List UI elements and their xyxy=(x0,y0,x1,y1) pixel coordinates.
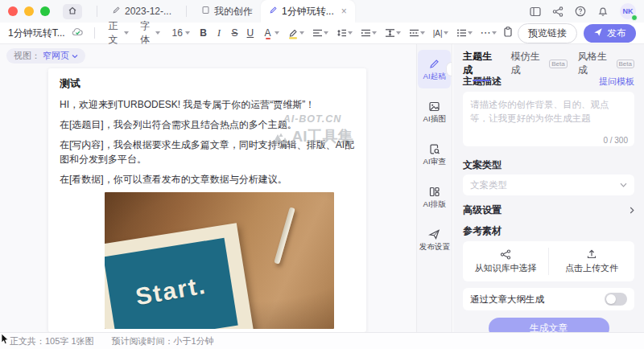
document-icon xyxy=(201,6,210,17)
divider xyxy=(186,6,187,17)
rail-item-ai-review[interactable]: AI审查 xyxy=(418,135,451,174)
chevron-right-icon xyxy=(630,207,634,214)
divider xyxy=(97,6,97,17)
upload-file-button[interactable]: 点击上传文件 xyxy=(549,241,634,281)
chevron-down-icon xyxy=(299,31,304,35)
line-height-button[interactable] xyxy=(334,27,355,39)
list-button[interactable] xyxy=(454,27,475,39)
minimize-window-button[interactable] xyxy=(24,6,34,16)
more-formats-button[interactable]: ⋯ xyxy=(478,27,499,39)
user-avatar[interactable]: NK xyxy=(620,3,636,19)
rail-item-ai-illustration[interactable]: AI插图 xyxy=(418,92,451,131)
tab-active-document[interactable]: 1分钟玩转... × xyxy=(261,0,355,23)
read-time-label: 预计阅读时间： xyxy=(112,335,174,347)
view-mode-select[interactable]: 视图： 窄网页 xyxy=(6,48,85,64)
font-color-icon: A xyxy=(262,25,274,41)
advanced-settings-label: 高级设置 xyxy=(463,203,502,217)
char-counter: 0 / 300 xyxy=(603,136,628,145)
word-count-value: 105字 1张图 xyxy=(45,335,94,347)
copy-type-select[interactable]: 文案类型 xyxy=(463,174,634,195)
chevron-down-icon xyxy=(492,31,497,35)
font-color-button[interactable]: A xyxy=(260,23,282,43)
topic-input-box: 0 / 300 xyxy=(463,92,634,150)
size-value: 16 xyxy=(171,27,182,39)
home-button[interactable] xyxy=(63,4,82,19)
format-painter-button[interactable] xyxy=(502,25,514,41)
copy-type-label: 文案类型 xyxy=(463,158,502,172)
strikethrough-button[interactable]: S xyxy=(229,25,241,41)
chevron-down-icon xyxy=(396,31,401,35)
font-size-select[interactable]: 16 xyxy=(167,26,193,40)
word-count-label: 正文共： xyxy=(10,335,45,347)
indent-button[interactable] xyxy=(358,27,379,39)
upload-icon xyxy=(586,248,597,260)
rail-item-publish-settings[interactable]: 发布设置 xyxy=(418,220,451,259)
window-controls xyxy=(8,6,50,16)
share-nodes-icon[interactable] xyxy=(552,6,564,17)
doc-paragraph[interactable]: 在[选题目]，我会列出符合需求且结合热点的多个主题。 xyxy=(60,117,355,132)
read-time-value: 小于1分钟 xyxy=(174,335,214,347)
close-tab-icon[interactable]: × xyxy=(341,6,347,17)
tab-topic-generate[interactable]: 主题生成 xyxy=(463,50,501,77)
inserted-image-start[interactable]: Start. xyxy=(105,192,334,329)
avatar-initials: NK xyxy=(623,7,634,15)
question-template-link[interactable]: 提问模板 xyxy=(599,76,634,88)
generate-article-button[interactable]: 生成文章 xyxy=(489,318,609,332)
format-toolbar: 1分钟玩转T... 正文 字体 16 B I S U A xyxy=(0,23,644,44)
close-window-button[interactable] xyxy=(8,6,18,16)
outline-generate-card: 通过文章大纲生成 xyxy=(463,288,634,310)
chevron-down-icon xyxy=(372,31,377,35)
beta-badge: Beta xyxy=(617,60,634,68)
photo-text: Start. xyxy=(133,272,208,311)
copy-type-placeholder: 文案类型 xyxy=(470,179,507,191)
publish-label: 发布 xyxy=(607,27,626,40)
send-icon xyxy=(593,27,603,39)
doc-paragraph[interactable]: 在[看数据]，你可以查看发布的文章数据与分析建议。 xyxy=(60,172,355,187)
sidebar-layout-icon[interactable] xyxy=(530,6,541,17)
share-nodes-icon xyxy=(500,249,511,260)
underline-button[interactable]: U xyxy=(244,25,256,41)
advanced-settings-row[interactable]: 高级设置 xyxy=(463,204,634,216)
highlight-color-button[interactable] xyxy=(285,26,307,41)
outline-toggle[interactable] xyxy=(605,293,627,306)
maximize-window-button[interactable] xyxy=(40,6,50,16)
highlighter-icon xyxy=(287,27,299,39)
bold-button[interactable]: B xyxy=(197,25,209,41)
reference-material-label: 参考素材 xyxy=(463,224,502,238)
ai-draft-panel: 主题生成 模仿生成Beta 风格生成Beta 主题描述 提问模板 0 / 300… xyxy=(453,44,644,332)
pencil-icon xyxy=(269,6,278,17)
align-button[interactable] xyxy=(310,27,331,39)
tab-style-generate[interactable]: 风格生成Beta xyxy=(578,50,634,77)
outline-toggle-label: 通过文章大纲生成 xyxy=(470,294,544,306)
select-from-kb-button[interactable]: 从知识库中选择 xyxy=(463,241,548,281)
notification-bell-icon[interactable] xyxy=(597,6,609,17)
rail-item-ai-layout[interactable]: AI排版 xyxy=(418,178,451,216)
chevron-down-icon xyxy=(348,31,353,35)
panel-tabs: 主题生成 模仿生成Beta 风格生成Beta xyxy=(463,50,634,66)
divider-insert-button[interactable] xyxy=(407,27,427,39)
chevron-down-icon xyxy=(155,31,160,35)
tab-imitate-generate[interactable]: 模仿生成Beta xyxy=(511,50,568,77)
preview-link-button[interactable]: 预览链接 xyxy=(518,23,577,43)
rail-label: AI插图 xyxy=(423,115,445,123)
style-value: 正文 xyxy=(108,19,122,47)
kb-button-label: 从知识库中选择 xyxy=(475,262,537,274)
collapse-panel-handle[interactable] xyxy=(446,62,452,76)
doc-heading[interactable]: 测试 xyxy=(60,76,355,91)
reference-source-card: 从知识库中选择 点击上传文件 xyxy=(463,241,634,281)
tab-label: 1分钟玩转... xyxy=(282,5,334,18)
doc-paragraph[interactable]: HI，欢迎来到TURBODESK! 我是专属于你的运营“贾维斯”！ xyxy=(60,97,355,112)
pencil-icon xyxy=(112,6,121,17)
titlebar: 2023-12-... 我的创作 1分钟玩转... × xyxy=(0,0,644,23)
status-bar: 正文共： 105字 1张图 预计阅读时间： 小于1分钟 xyxy=(0,332,644,349)
paragraph-spacing-button[interactable] xyxy=(382,27,403,39)
beta-badge: Beta xyxy=(549,60,567,68)
tab-my-creations[interactable]: 我的创作 xyxy=(193,0,261,23)
italic-button[interactable]: I xyxy=(213,25,225,41)
letter-spacing-button[interactable]: |A| xyxy=(431,27,451,39)
doc-paragraph[interactable]: 在[写内容]，我会根据要求生成多篇文章，同时支持编辑、排版、AI配图和分发到多平… xyxy=(60,138,355,166)
document-title[interactable]: 1分钟玩转T... xyxy=(8,27,65,40)
publish-button[interactable]: 发布 xyxy=(584,24,636,43)
help-icon[interactable] xyxy=(575,6,586,17)
document-page[interactable]: 测试 HI，欢迎来到TURBODESK! 我是专属于你的运营“贾维斯”！ 在[选… xyxy=(48,68,366,332)
